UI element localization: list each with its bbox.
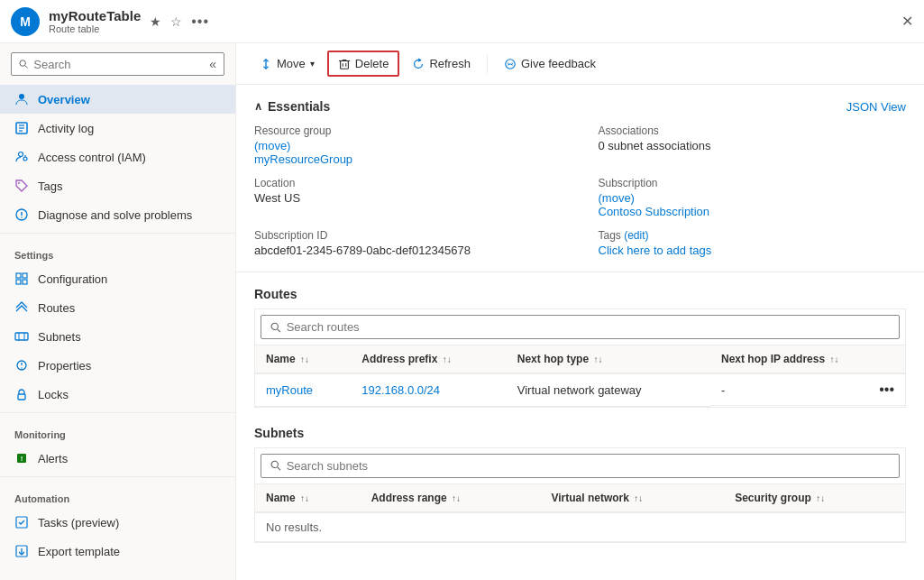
sidebar-item-export-template[interactable]: Export template (0, 537, 235, 566)
locks-icon (14, 387, 29, 401)
toolbar-divider (487, 55, 488, 73)
route-row-more-button[interactable]: ••• (879, 382, 894, 398)
search-icon (19, 59, 28, 69)
routes-search-bar[interactable] (261, 315, 900, 339)
essentials-location: Location West US (254, 177, 563, 218)
header-icons: ★ ☆ ••• (150, 14, 209, 30)
routes-col-address-prefix[interactable]: Address prefix ↑↓ (351, 345, 506, 373)
svg-point-37 (511, 62, 512, 63)
subnets-search-input[interactable] (287, 459, 890, 473)
essentials-header: ∧ Essentials JSON View (254, 99, 906, 114)
pin-icon[interactable]: ★ (150, 14, 161, 29)
sidebar-item-label-subnets: Subnets (38, 330, 81, 344)
sidebar-item-configuration[interactable]: Configuration (0, 264, 235, 293)
subnets-search-bar[interactable] (261, 454, 900, 478)
sidebar-item-tasks[interactable]: Tasks (preview) (0, 508, 235, 537)
routes-col-name[interactable]: Name ↑↓ (255, 345, 351, 373)
close-button[interactable]: ✕ (901, 13, 913, 30)
routes-icon (14, 300, 29, 315)
move-dropdown-icon: ▾ (310, 59, 315, 69)
sort-icon-address-range: ↑↓ (452, 493, 461, 503)
tasks-icon (14, 515, 29, 529)
essentials-collapse-icon[interactable]: ∧ (254, 100, 262, 113)
search-box[interactable]: « (11, 52, 224, 76)
routes-search-input[interactable] (287, 320, 890, 334)
subnets-col-virtual-network[interactable]: Virtual network ↑↓ (540, 484, 724, 512)
delete-button[interactable]: Delete (327, 51, 400, 77)
resource-group-name-link[interactable]: myResourceGroup (254, 152, 352, 166)
route-address-prefix-link[interactable]: 192.168.0.0/24 (361, 383, 440, 397)
resource-title: myRouteTable (49, 8, 141, 23)
subnets-icon (14, 329, 29, 344)
resource-group-move-link[interactable]: (move) (254, 139, 290, 152)
route-name-cell: myRoute (255, 373, 351, 406)
nav-divider-3 (0, 476, 235, 477)
refresh-button[interactable]: Refresh (403, 52, 480, 75)
sidebar-item-label-configuration: Configuration (38, 272, 107, 286)
sidebar-item-routes[interactable]: Routes (0, 293, 235, 322)
automation-section-label: Automation (0, 481, 235, 508)
subnets-col-address-range[interactable]: Address range ↑↓ (361, 484, 541, 512)
subscription-value: (move) Contoso Subscription (599, 191, 907, 218)
route-address-prefix-cell: 192.168.0.0/24 (351, 373, 506, 406)
sidebar-item-diagnose[interactable]: Diagnose and solve problems (0, 200, 235, 229)
sidebar-item-subnets[interactable]: Subnets (0, 322, 235, 351)
svg-rect-16 (16, 280, 21, 284)
essentials-associations: Associations 0 subnet associations (599, 124, 907, 166)
delete-icon (338, 58, 351, 70)
route-next-hop-ip-cell: - ••• (710, 374, 905, 406)
routes-col-next-hop-ip[interactable]: Next hop IP address ↑↓ (710, 345, 905, 373)
svg-point-10 (18, 182, 20, 184)
sidebar-item-locks[interactable]: Locks (0, 380, 235, 409)
sort-icon-virtual-network: ↑↓ (634, 493, 643, 503)
subnets-table: Name ↑↓ Address range ↑↓ Virtual network… (255, 484, 905, 542)
sort-icon-name: ↑↓ (300, 354, 309, 364)
route-name-link[interactable]: myRoute (266, 383, 313, 397)
collapse-sidebar-button[interactable]: « (209, 57, 216, 71)
sidebar-item-overview[interactable]: Overview (0, 85, 235, 114)
sidebar-search-area: « (0, 43, 235, 85)
tags-edit-link[interactable]: (edit) (624, 229, 648, 242)
subscription-move-link[interactable]: (move) (599, 191, 635, 205)
essentials-subscription-id: Subscription ID abcdef01-2345-6789-0abc-… (254, 229, 563, 257)
json-view-link[interactable]: JSON View (846, 100, 906, 114)
sort-icon-subnet-name: ↑↓ (300, 493, 309, 503)
sidebar-item-label-routes: Routes (38, 301, 75, 315)
svg-line-41 (278, 467, 280, 470)
sidebar-item-activity-log[interactable]: Activity log (0, 114, 235, 143)
subscription-label: Subscription (599, 177, 907, 189)
feedback-icon (504, 58, 517, 70)
export-icon (14, 544, 29, 558)
svg-rect-27 (16, 517, 27, 528)
configuration-icon (14, 272, 29, 286)
tags-add-link[interactable]: Click here to add tags (599, 244, 907, 257)
search-input[interactable] (33, 58, 204, 71)
feedback-button[interactable]: Give feedback (495, 52, 605, 75)
star-icon[interactable]: ☆ (170, 14, 182, 29)
nav-divider-1 (0, 233, 235, 234)
svg-rect-18 (15, 333, 28, 340)
subnets-col-name[interactable]: Name ↑↓ (255, 484, 361, 512)
routes-table: Name ↑↓ Address prefix ↑↓ Next hop type … (255, 345, 905, 407)
sidebar-item-tags[interactable]: Tags (0, 171, 235, 200)
sidebar-item-label-alerts: Alerts (38, 452, 68, 465)
sidebar-item-access-control[interactable]: Access control (IAM) (0, 143, 235, 171)
table-row[interactable]: myRoute 192.168.0.0/24 Virtual network g… (255, 373, 905, 406)
routes-col-next-hop-type[interactable]: Next hop type ↑↓ (507, 345, 710, 373)
associations-label: Associations (599, 124, 907, 137)
subnets-search-icon (270, 460, 281, 471)
sidebar-item-alerts[interactable]: ! Alerts (0, 444, 235, 473)
sidebar-item-label-properties: Properties (38, 359, 91, 373)
subnets-col-security-group[interactable]: Security group ↑↓ (724, 484, 905, 512)
sidebar-item-properties[interactable]: Properties (0, 351, 235, 380)
subnets-no-results-row: No results. (255, 512, 905, 542)
essentials-resource-group: Resource group (move) myResourceGroup (254, 124, 563, 166)
subscription-id-label: Subscription ID (254, 229, 563, 242)
svg-rect-17 (23, 280, 27, 284)
resource-group-value: (move) myResourceGroup (254, 139, 563, 166)
routes-section: Routes Name ↑↓ (254, 287, 906, 408)
more-icon[interactable]: ••• (191, 14, 209, 30)
subscription-name-link[interactable]: Contoso Subscription (599, 205, 710, 218)
move-button[interactable]: Move ▾ (251, 52, 324, 75)
resource-subtitle: Route table (49, 23, 141, 34)
